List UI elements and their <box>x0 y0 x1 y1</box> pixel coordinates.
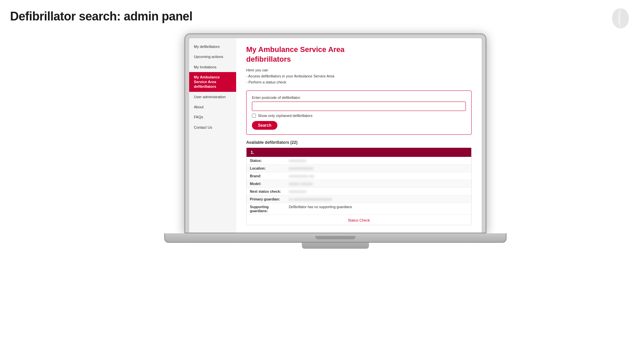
laptop-base <box>164 233 506 243</box>
laptop-wrapper: My defibrillators Upcoming actions My In… <box>54 34 617 352</box>
logo-icon <box>610 7 631 27</box>
intro-list: - Access defibrillators in your Ambulanc… <box>246 73 472 85</box>
location-label: Location: <box>247 165 287 172</box>
sidebar-item-user-admin[interactable]: User administration <box>189 92 236 102</box>
next-check-value: xxxxxxxxxx <box>287 188 471 195</box>
status-check-link[interactable]: Status Check <box>348 218 370 222</box>
orphaned-checkbox[interactable] <box>252 114 256 118</box>
laptop-screen: My defibrillators Upcoming actions My In… <box>184 34 486 233</box>
sidebar: My defibrillators Upcoming actions My In… <box>189 38 236 233</box>
table-row: Brand: xxxxxxxxxxx xxx <box>247 172 471 180</box>
table-row: Location: xxxxxxxxxxxxxx <box>247 165 471 172</box>
checkbox-label: Show only orphaned defibrillators <box>258 114 313 118</box>
supporting-label: Supporting guardians: <box>247 203 287 215</box>
table-row: Supporting guardians: Defibrillator has … <box>247 203 471 215</box>
page-heading: My Ambulance Service Area defibrillators <box>246 45 472 64</box>
location-value: xxxxxxxxxxxxxx <box>287 165 471 172</box>
postcode-input[interactable] <box>252 102 466 111</box>
sidebar-item-contact-us[interactable]: Contact Us <box>189 122 236 132</box>
screen-inner: My defibrillators Upcoming actions My In… <box>189 38 482 233</box>
table-row: Primary guardian: xx xxxxxxxxxxxxxxxxxxx… <box>247 195 471 203</box>
sidebar-item-my-invitations[interactable]: My Invitations <box>189 62 236 72</box>
search-button[interactable]: Search <box>252 121 277 130</box>
supporting-value: Defibrillator has no supporting guardian… <box>287 203 471 215</box>
sidebar-item-my-defibrillators[interactable]: My defibrillators <box>189 42 236 52</box>
sidebar-item-upcoming-actions[interactable]: Upcoming actions <box>189 52 236 62</box>
defib-card: 1. Status: xxxxxxxxxx Location: xxxxxxxx… <box>246 147 472 225</box>
status-label: Status: <box>247 157 287 164</box>
table-row: Model: xxxxxx xxxxxxx <box>247 180 471 188</box>
app-layout: My defibrillators Upcoming actions My In… <box>189 38 482 233</box>
primary-guardian-label: Primary guardian: <box>247 195 287 203</box>
search-label: Enter postcode of defibrillator: <box>252 96 466 100</box>
search-box: Enter postcode of defibrillator: Show on… <box>246 90 472 135</box>
brand-label: Brand: <box>247 172 287 180</box>
status-value: xxxxxxxxxx <box>287 157 471 164</box>
defib-footer: Status Check <box>247 215 471 225</box>
next-check-label: Next status check: <box>247 188 287 195</box>
primary-guardian-value: xx xxxxxxxxxxxxxxxxxxxxxx <box>287 195 471 203</box>
sidebar-item-my-ambulance[interactable]: My Ambulance Service Area defibrillators <box>189 72 236 92</box>
checkbox-row: Show only orphaned defibrillators <box>252 114 466 118</box>
available-title: Available defibrillators (22) <box>246 140 472 145</box>
sidebar-item-about[interactable]: About <box>189 102 236 112</box>
intro-text: Here you can <box>246 68 472 72</box>
page-title: Defibrillator search: admin panel <box>10 9 193 23</box>
table-row: Next status check: xxxxxxxxxx <box>247 188 471 195</box>
laptop-stand <box>302 243 369 249</box>
model-value: xxxxxx xxxxxxx <box>287 180 471 187</box>
defib-card-header: 1. <box>247 148 471 157</box>
sidebar-item-faqs[interactable]: FAQs <box>189 112 236 122</box>
model-label: Model: <box>247 180 287 187</box>
brand-value: xxxxxxxxxxx xxx <box>287 172 471 180</box>
laptop-notch <box>315 236 356 239</box>
table-row: Status: xxxxxxxxxx <box>247 157 471 165</box>
main-content: My Ambulance Service Area defibrillators… <box>236 38 482 233</box>
